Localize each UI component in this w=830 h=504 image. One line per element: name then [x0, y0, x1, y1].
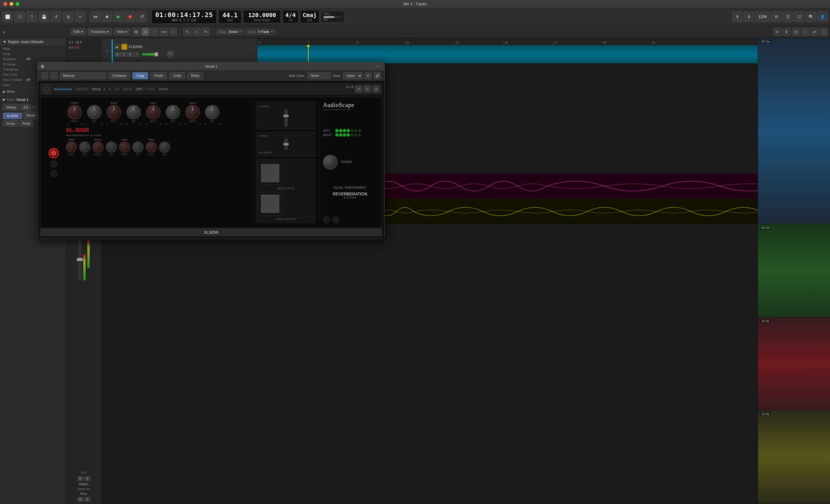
lower-knob-5[interactable]	[119, 142, 130, 153]
cut-btn[interactable]: ✂	[75, 11, 86, 22]
help-btn[interactable]: ?	[27, 11, 37, 22]
view-select[interactable]: Editor	[343, 72, 362, 79]
lower-knob-4[interactable]	[106, 142, 117, 153]
cleans-play-btn[interactable]: ▶	[115, 44, 120, 50]
zoom-out-btn[interactable]: ⇕	[783, 28, 791, 36]
cleans-fader-handle[interactable]	[155, 52, 158, 56]
setting-button[interactable]: Setting	[3, 104, 19, 110]
search-btn[interactable]: 🔍	[806, 11, 816, 22]
count-btn[interactable]: 1234	[755, 11, 770, 22]
cleans-r-btn[interactable]: R	[127, 52, 133, 57]
info-btn[interactable]: ⓘ	[14, 11, 25, 22]
cleans-power-btn[interactable]: ●	[122, 44, 127, 50]
play-button[interactable]: ▶	[114, 11, 124, 22]
eq-button[interactable]: EQ	[20, 104, 31, 110]
cycle-button[interactable]: ↺	[136, 11, 147, 22]
maximize-button[interactable]	[15, 2, 20, 6]
copy-button[interactable]: Copy	[132, 72, 148, 79]
options-btn[interactable]: ⚙	[771, 11, 781, 22]
mono-return-pad[interactable]	[261, 195, 279, 213]
cleans-s-btn[interactable]: S	[121, 52, 127, 57]
edit-menu[interactable]: Edit ▾	[70, 28, 86, 35]
minimize-button[interactable]	[9, 2, 13, 6]
auto2-btn[interactable]: ⇌	[810, 28, 819, 36]
edit-btn[interactable]: ⊞	[63, 11, 73, 22]
knob-8[interactable]	[205, 105, 220, 120]
cleans-m-btn[interactable]: M	[115, 52, 120, 57]
fader-handle[interactable]	[77, 258, 83, 261]
lower-knob-8[interactable]	[159, 142, 170, 153]
corner-knob-tr[interactable]	[332, 216, 339, 223]
sends-button[interactable]: Sends	[23, 111, 38, 119]
knob-6[interactable]	[166, 105, 180, 120]
save-btn[interactable]: 💾	[39, 11, 49, 22]
settings2-btn[interactable]: ⚙	[373, 86, 379, 93]
new-btn[interactable]: ⬜	[2, 11, 13, 22]
redo2-btn[interactable]: ↻	[364, 86, 371, 93]
cleans-pan-knob[interactable]	[167, 51, 174, 58]
cleans-volume-fader[interactable]	[142, 53, 165, 56]
paste-button[interactable]: Paste	[150, 72, 167, 79]
align-btn[interactable]: ⬛	[820, 28, 828, 36]
knob-4[interactable]	[126, 105, 141, 120]
fit-btn[interactable]: ⊡	[792, 28, 800, 36]
s-btn[interactable]: S	[85, 476, 90, 481]
link-fader-handle[interactable]	[283, 143, 289, 145]
link-btn[interactable]: 🔗	[374, 72, 381, 79]
record-button[interactable]: ⏺	[125, 11, 135, 22]
xl305-fader-handle[interactable]	[283, 115, 289, 117]
main-fader[interactable]	[78, 240, 82, 280]
tool-3[interactable]: ✎	[202, 28, 210, 36]
auto-btn[interactable]: ⟹	[160, 28, 168, 36]
drag-chevron-icon[interactable]: ▾	[271, 30, 273, 34]
flex-btn[interactable]: ~	[151, 28, 159, 36]
knob-3[interactable]	[107, 105, 121, 120]
lower-knob-7[interactable]	[146, 142, 157, 153]
compare-button[interactable]: Compare	[108, 72, 130, 79]
corner-knob-tl[interactable]	[323, 216, 330, 223]
view-settings-btn[interactable]: ⚙	[365, 72, 372, 79]
zoom-in-btn[interactable]: ⇔	[773, 28, 781, 36]
check-btn[interactable]: ☑	[794, 11, 804, 22]
main-power-knob[interactable]	[323, 155, 338, 169]
midi-btn[interactable]: ♪	[169, 28, 177, 36]
cleans-i-btn[interactable]: I	[134, 52, 139, 57]
import-btn[interactable]: ⬇	[744, 11, 754, 22]
group-button[interactable]: Group	[3, 120, 18, 127]
knob-7[interactable]	[185, 105, 200, 120]
rewind-button[interactable]: ⏮	[90, 11, 101, 22]
plugin-window-close[interactable]: ▭▭	[376, 64, 381, 68]
mono-drive-pad[interactable]	[261, 164, 279, 182]
read-button[interactable]: Read	[20, 120, 33, 127]
stop-button[interactable]: ■	[102, 11, 112, 22]
pointer-tool[interactable]: ↖	[183, 28, 191, 36]
s2-btn[interactable]: S	[85, 497, 90, 502]
undo2-btn[interactable]: ↺	[355, 86, 362, 93]
undo-button[interactable]: Undo	[169, 72, 185, 79]
xl305r-plugin-button[interactable]: XL305R	[3, 113, 22, 119]
close-button[interactable]	[3, 2, 7, 6]
knob-2[interactable]	[101, 105, 101, 120]
sidechain-select[interactable]: None	[308, 72, 330, 79]
snap-chevron-icon[interactable]: ▾	[240, 30, 241, 34]
functions-menu[interactable]: Functions ▾	[88, 28, 112, 35]
list-view-btn[interactable]: ≡	[141, 28, 150, 36]
plugin-mode-select[interactable]: Manual	[101, 72, 106, 79]
export-btn[interactable]: ⬆	[732, 11, 743, 22]
lower-knob-6[interactable]	[132, 142, 143, 153]
redo-button[interactable]: Redo	[187, 72, 203, 79]
m-btn[interactable]: M	[77, 476, 83, 481]
link-btn[interactable]: ↕	[801, 28, 809, 36]
grid-view-btn[interactable]: ⊞	[132, 28, 140, 36]
m2-btn[interactable]: M	[77, 497, 83, 502]
xl305-fader[interactable]	[284, 109, 288, 127]
lower-knob-3[interactable]	[101, 142, 103, 153]
list-btn[interactable]: ☰	[783, 11, 793, 22]
knob-5[interactable]	[146, 105, 160, 120]
add-tool[interactable]: +	[193, 28, 201, 36]
user-btn[interactable]: 👤	[817, 11, 828, 22]
undo-btn[interactable]: ↺	[51, 11, 61, 22]
cleans-clip[interactable]	[257, 45, 758, 63]
view-menu[interactable]: View ▾	[114, 28, 130, 35]
link-fader[interactable]	[284, 138, 288, 150]
